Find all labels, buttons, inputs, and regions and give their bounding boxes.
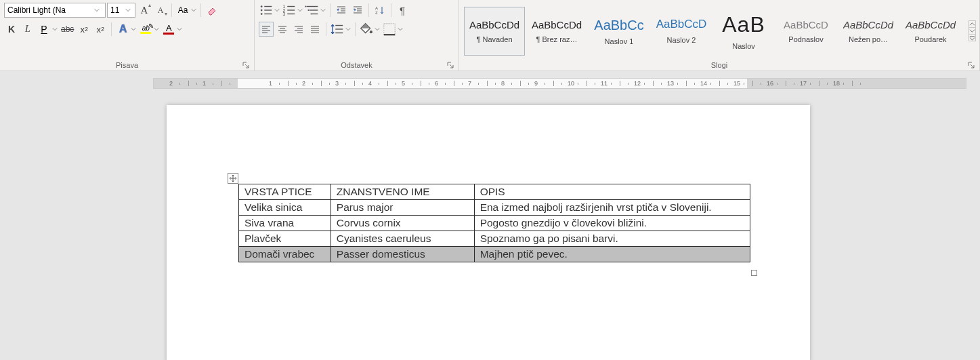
font-color-button[interactable]: A xyxy=(161,22,183,37)
ruler-minor-tick xyxy=(843,83,844,85)
dialog-launcher-icon[interactable] xyxy=(967,61,975,69)
shrink-font-button[interactable]: A▾ xyxy=(153,3,168,18)
chevron-down-icon[interactable] xyxy=(374,22,381,37)
shading-button[interactable] xyxy=(359,22,381,37)
font-size-combo[interactable] xyxy=(107,3,135,18)
font-name-combo[interactable] xyxy=(4,3,106,18)
ruler-minor-tick xyxy=(786,81,786,86)
table-cell[interactable]: Corvus cornix xyxy=(331,216,474,231)
table-cell[interactable]: Domači vrabec xyxy=(239,247,331,262)
highlight-button[interactable]: ab✎ xyxy=(138,22,160,37)
table-cell[interactable]: Spoznamo ga po pisani barvi. xyxy=(474,231,750,247)
horizontal-ruler[interactable]: 21123456789101112131415161718 xyxy=(153,78,966,89)
sort-button[interactable]: AZ xyxy=(372,3,387,18)
grow-font-button[interactable]: A▴ xyxy=(137,3,152,18)
chevron-down-icon[interactable] xyxy=(153,22,160,37)
svg-point-16 xyxy=(307,9,309,11)
align-center-button[interactable] xyxy=(275,22,290,37)
table-resize-handle[interactable] xyxy=(751,270,757,276)
style-item-neenpo[interactable]: AaBbCcDdNežen po… xyxy=(838,7,899,56)
style-item-naslov1[interactable]: AaBbCcNaslov 1 xyxy=(589,7,649,56)
subscript-button[interactable]: x2 xyxy=(77,22,91,37)
italic-button[interactable]: L xyxy=(20,22,35,37)
table-cell[interactable]: Pogosto gnezdijo v človekovi bližini. xyxy=(474,216,750,231)
increase-indent-button[interactable] xyxy=(350,3,365,18)
style-item-podnaslov[interactable]: AaBbCcDPodnaslov xyxy=(775,7,836,56)
ribbon-group-label-paragraph: Odstavek xyxy=(259,59,454,71)
gallery-scroll-down[interactable] xyxy=(969,28,975,35)
text-effects-button[interactable]: A xyxy=(115,22,137,37)
separator xyxy=(330,3,331,17)
dialog-launcher-icon[interactable] xyxy=(446,61,454,69)
justify-button[interactable] xyxy=(307,22,322,37)
superscript-button[interactable]: x2 xyxy=(93,22,108,37)
style-item-brezraz[interactable]: AaBbCcDd¶ Brez raz… xyxy=(526,7,587,56)
table-header-row[interactable]: VRSTA PTICEZNANSTVENO IMEOPIS xyxy=(239,184,750,200)
ruler-minor-tick xyxy=(362,83,363,85)
table-cell[interactable]: Velika sinica xyxy=(239,200,331,216)
table-cell[interactable]: Siva vrana xyxy=(239,216,331,231)
multilevel-list-button[interactable] xyxy=(305,3,326,18)
chevron-down-icon[interactable] xyxy=(274,3,280,18)
table-cell[interactable]: Cyanistes caeruleus xyxy=(331,231,474,247)
table-move-handle[interactable] xyxy=(228,173,238,184)
strikethrough-button[interactable]: abc xyxy=(60,22,75,37)
chevron-down-icon[interactable] xyxy=(397,22,404,37)
style-item-navaden[interactable]: AaBbCcDd¶ Navaden xyxy=(464,7,525,56)
chevron-down-icon[interactable] xyxy=(176,22,183,37)
table-header-cell[interactable]: ZNANSTVENO IME xyxy=(331,184,474,200)
ruler-minor-tick xyxy=(321,81,322,86)
bullets-button[interactable] xyxy=(259,3,280,18)
align-right-button[interactable] xyxy=(291,22,306,37)
change-case-button[interactable]: Aa xyxy=(175,3,197,18)
table-cell[interactable]: Majhen ptič pevec. xyxy=(474,247,750,262)
dialog-launcher-icon[interactable] xyxy=(242,61,250,69)
ruler-minor-tick xyxy=(628,83,629,85)
table-row[interactable]: Domači vrabecPasser domesticusMajhen pti… xyxy=(239,247,750,262)
line-spacing-button[interactable] xyxy=(330,22,351,37)
document-table[interactable]: VRSTA PTICEZNANSTVENO IMEOPISVelika sini… xyxy=(238,184,750,262)
table-row[interactable]: Velika sinicaParus majorEna izmed najbol… xyxy=(239,200,750,216)
chevron-down-icon[interactable] xyxy=(130,22,137,37)
table-row[interactable]: Siva vranaCorvus cornixPogosto gnezdijo … xyxy=(239,216,750,231)
chevron-down-icon[interactable] xyxy=(124,3,132,17)
table-cell[interactable]: Parus major xyxy=(331,200,474,216)
chevron-down-icon[interactable] xyxy=(320,3,326,18)
bold-button[interactable]: K xyxy=(4,22,19,37)
separator xyxy=(391,3,391,17)
table-header-cell[interactable]: OPIS xyxy=(474,184,750,200)
numbering-button[interactable]: 123 xyxy=(282,3,303,18)
borders-button[interactable] xyxy=(382,22,404,37)
ruler-minor-tick xyxy=(429,83,429,85)
style-name: Naslov 1 xyxy=(605,37,634,45)
chevron-down-icon[interactable] xyxy=(190,3,197,18)
chevron-down-icon[interactable] xyxy=(345,22,351,37)
gallery-scroll-up[interactable] xyxy=(969,21,975,28)
underline-button[interactable]: P xyxy=(37,22,58,37)
style-item-naslov2[interactable]: AaBbCcDNaslov 2 xyxy=(651,7,712,56)
ruler-tick: 5 xyxy=(402,80,405,87)
show-marks-button[interactable]: ¶ xyxy=(395,3,410,18)
ruler-minor-tick xyxy=(777,83,777,85)
ruler-minor-tick xyxy=(221,81,222,86)
decrease-indent-button[interactable] xyxy=(334,3,349,18)
align-left-button[interactable] xyxy=(259,22,274,37)
style-item-poudarek[interactable]: AaBbCcDdPoudarek xyxy=(900,7,961,56)
style-item-naslov[interactable]: AaBNaslov xyxy=(713,7,774,56)
gallery-more[interactable] xyxy=(969,35,975,41)
table-cell[interactable]: Plavček xyxy=(239,231,331,247)
chevron-down-icon[interactable] xyxy=(297,3,303,18)
page[interactable]: VRSTA PTICEZNANSTVENO IMEOPISVelika sini… xyxy=(167,105,810,360)
table-header-cell[interactable]: VRSTA PTICE xyxy=(239,184,331,200)
ruler-minor-tick xyxy=(644,83,645,85)
chevron-down-icon[interactable] xyxy=(93,3,101,17)
clear-formatting-button[interactable] xyxy=(205,3,219,18)
table-row[interactable]: PlavčekCyanistes caeruleusSpoznamo ga po… xyxy=(239,231,750,247)
font-size-input[interactable] xyxy=(108,3,124,17)
table-cell[interactable]: Ena izmed najbolj razširjenih vrst ptiča… xyxy=(474,200,750,216)
font-name-input[interactable] xyxy=(5,3,93,17)
chevron-down-icon[interactable] xyxy=(51,22,58,37)
ruler-minor-tick xyxy=(545,83,545,85)
table-cell[interactable]: Passer domesticus xyxy=(331,247,474,262)
separator xyxy=(368,3,369,17)
